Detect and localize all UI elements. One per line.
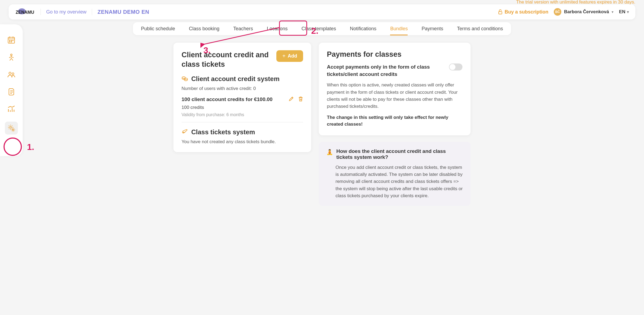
svg-point-10 — [9, 72, 11, 74]
svg-point-16 — [183, 132, 184, 133]
coins-icon — [182, 75, 188, 82]
chevron-down-icon: ▾ — [612, 10, 613, 14]
payments-desc: When this option is active, newly create… — [327, 82, 462, 110]
overview-link[interactable]: Go to my overview — [46, 9, 86, 15]
svg-point-7 — [9, 42, 10, 42]
credit-item-sub: 100 credits — [182, 105, 303, 110]
language-label: EN — [619, 9, 625, 15]
buy-subscription-link[interactable]: Buy a subscription — [498, 9, 548, 15]
payments-warning: The change in this setting will only tak… — [327, 114, 462, 128]
svg-point-12 — [10, 126, 12, 128]
tab-class-booking[interactable]: Class booking — [189, 25, 219, 33]
delete-icon[interactable] — [298, 96, 303, 103]
svg-point-8 — [11, 42, 12, 42]
tab-class-templates[interactable]: Class templates — [301, 25, 336, 33]
language-menu[interactable]: EN ▾ — [619, 9, 629, 15]
sidebar-chart-icon[interactable] — [6, 104, 16, 114]
divider — [182, 122, 303, 122]
svg-point-11 — [12, 73, 14, 75]
divider — [92, 9, 92, 15]
info-card: 🧘 How does the client account credit and… — [319, 142, 471, 206]
info-title: How does the client account credit and c… — [336, 148, 463, 160]
divider — [41, 9, 41, 15]
tab-terms-and-conditions[interactable]: Terms and conditions — [457, 25, 503, 33]
sidebar-yoga-icon[interactable] — [6, 52, 16, 62]
credit-item-name: 100 client account credits for €100.00 — [182, 96, 273, 102]
sidebar — [0, 24, 23, 156]
credit-section-title: Client account credit system — [191, 75, 280, 83]
payments-toggle[interactable] — [449, 63, 462, 71]
toggle-label: Accept payments only in the form of clas… — [327, 63, 442, 78]
svg-point-9 — [11, 54, 12, 56]
svg-text:ZENAMU: ZENAMU — [16, 10, 34, 15]
lock-icon — [498, 9, 502, 14]
avatar: BČ — [554, 8, 561, 16]
buy-subscription-label: Buy a subscription — [505, 9, 548, 15]
plus-icon: + — [282, 53, 286, 59]
yoga-emoji-icon: 🧘 — [326, 149, 333, 155]
tab-payments[interactable]: Payments — [422, 25, 443, 33]
tab-notifications[interactable]: Notifications — [350, 25, 376, 33]
settings-tabs: Public scheduleClass bookingTeachersLoca… — [133, 22, 511, 35]
tab-public-schedule[interactable]: Public schedule — [141, 25, 175, 33]
tab-locations[interactable]: Locations — [267, 25, 288, 33]
credit-stat: Number of users with active credit: 0 — [182, 86, 303, 91]
tab-teachers[interactable]: Teachers — [233, 25, 253, 33]
sidebar-calendar-icon[interactable] — [6, 35, 16, 45]
credit-item-validity: Validity from purchase: 6 months — [182, 112, 303, 117]
site-name: ZENAMU DEMO EN — [98, 9, 149, 15]
logo: ZENAMU — [15, 8, 35, 16]
sidebar-document-icon[interactable] — [6, 87, 16, 97]
card-title: Client account credit and class tickets — [182, 50, 271, 69]
edit-icon[interactable] — [289, 96, 294, 103]
username: Barbora Červenková — [564, 9, 609, 15]
payments-card: Payments for classes Accept payments onl… — [319, 43, 471, 135]
user-menu[interactable]: BČ Barbora Červenková ▾ — [554, 8, 613, 16]
sidebar-settings-icon[interactable] — [5, 122, 18, 135]
info-body: Once you add client account credit or cl… — [326, 164, 463, 200]
tickets-section-title: Class tickets system — [191, 128, 255, 136]
topbar: ZENAMU Go to my overview ZENAMU DEMO EN … — [9, 4, 635, 19]
sidebar-people-icon[interactable] — [6, 70, 16, 79]
annotation-1: 1. — [27, 142, 34, 152]
svg-rect-2 — [499, 12, 502, 14]
tickets-empty: You have not created any class tickets b… — [182, 139, 303, 145]
main-content: Client account credit and class tickets … — [173, 43, 471, 206]
svg-point-5 — [11, 40, 12, 41]
add-label: Add — [288, 53, 297, 59]
svg-point-4 — [9, 40, 10, 41]
ticket-icon — [182, 129, 188, 136]
svg-point-13 — [12, 129, 14, 131]
tab-bundles[interactable]: Bundles — [390, 25, 408, 33]
svg-point-15 — [184, 78, 187, 80]
chevron-down-icon: ▾ — [627, 10, 629, 14]
credit-tickets-card: Client account credit and class tickets … — [173, 43, 311, 152]
payments-title: Payments for classes — [327, 50, 462, 59]
add-button[interactable]: + Add — [276, 50, 303, 62]
svg-point-6 — [13, 40, 13, 41]
